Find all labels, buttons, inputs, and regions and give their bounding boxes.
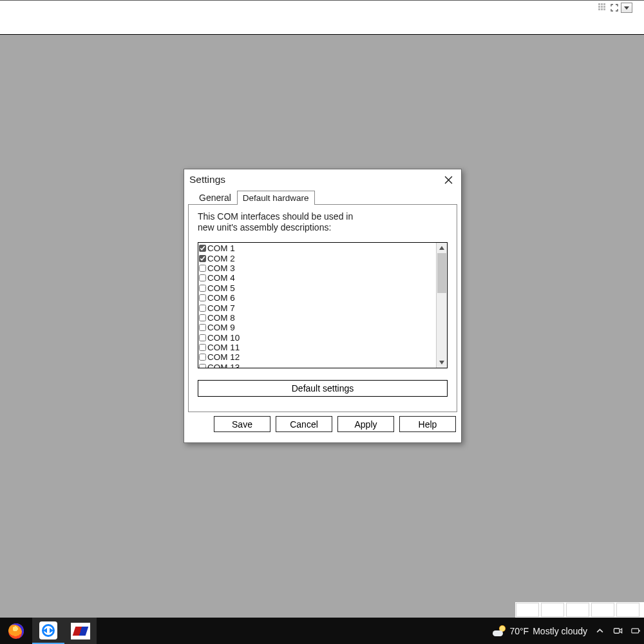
com-listbox: COM 1COM 2COM 3COM 4COM 5COM 6COM 7COM 8… (198, 242, 448, 368)
save-button[interactable]: Save (214, 416, 270, 432)
com-checkbox[interactable] (199, 294, 206, 301)
com-checkbox[interactable] (199, 285, 206, 292)
weather-temp: 70°F (509, 626, 529, 636)
com-row[interactable]: COM 4 (199, 273, 435, 283)
com-list-items[interactable]: COM 1COM 2COM 3COM 4COM 5COM 6COM 7COM 8… (198, 243, 436, 368)
weather-icon (493, 625, 506, 637)
com-row[interactable]: COM 6 (199, 293, 435, 303)
panel-description: This COM interfaces should be used in ne… (198, 211, 365, 233)
com-label: COM 8 (207, 313, 235, 323)
com-label: COM 7 (207, 303, 235, 313)
com-label: COM 5 (207, 283, 235, 293)
com-checkbox[interactable] (199, 245, 206, 252)
cancel-button[interactable]: Cancel (276, 416, 332, 432)
expand-icon[interactable] (609, 3, 620, 13)
com-row[interactable]: COM 3 (199, 263, 435, 273)
dropdown-button[interactable] (621, 3, 632, 13)
scrollbar[interactable] (436, 243, 447, 368)
help-button[interactable]: Help (399, 416, 456, 432)
com-row[interactable]: COM 7 (199, 303, 435, 312)
com-checkbox[interactable] (199, 305, 206, 312)
com-checkbox[interactable] (199, 364, 206, 368)
scroll-up-icon[interactable] (437, 243, 447, 253)
scroll-thumb[interactable] (437, 253, 446, 293)
tray-battery-icon[interactable] (630, 625, 641, 637)
com-row[interactable]: COM 1 (199, 243, 435, 253)
com-row[interactable]: COM 2 (199, 253, 435, 263)
com-label: COM 11 (207, 343, 240, 352)
com-label: COM 9 (207, 323, 235, 332)
tabs: General Default hardware (184, 189, 461, 204)
svg-rect-0 (614, 629, 619, 634)
com-checkbox[interactable] (199, 324, 206, 331)
com-row[interactable]: COM 11 (199, 343, 435, 352)
com-checkbox[interactable] (199, 354, 206, 361)
com-label: COM 6 (207, 293, 235, 303)
com-checkbox[interactable] (199, 334, 206, 341)
taskbar-teamviewer-icon[interactable] (32, 618, 64, 644)
tray-overflow-icon[interactable] (594, 625, 605, 637)
com-checkbox[interactable] (199, 314, 206, 321)
com-label: COM 12 (207, 352, 240, 362)
close-icon[interactable] (442, 173, 455, 186)
taskbar-firefox-icon[interactable] (0, 618, 32, 644)
svg-rect-1 (631, 629, 638, 633)
com-row[interactable]: COM 12 (199, 352, 435, 362)
scroll-down-icon[interactable] (437, 357, 447, 368)
com-row[interactable]: COM 5 (199, 283, 435, 293)
tray-meet-icon[interactable] (612, 625, 623, 637)
dialog-buttons: Save Cancel Apply Help (184, 412, 461, 437)
com-row[interactable]: COM 8 (199, 313, 435, 323)
apply-button[interactable]: Apply (337, 416, 394, 432)
grid-icon[interactable] (598, 3, 608, 13)
dialog-title: Settings (189, 174, 225, 185)
weather-widget[interactable]: 70°F Mostly cloudy (493, 625, 587, 637)
svg-rect-2 (639, 630, 640, 632)
com-label: COM 4 (207, 273, 235, 283)
com-row[interactable]: COM 10 (199, 333, 435, 343)
tab-default-hardware[interactable]: Default hardware (237, 191, 315, 205)
com-checkbox[interactable] (199, 255, 206, 262)
weather-desc: Mostly cloudy (533, 626, 587, 636)
tab-panel: This COM interfaces should be used in ne… (188, 204, 457, 412)
scroll-track[interactable] (437, 253, 447, 357)
com-label: COM 13 (207, 363, 240, 368)
com-checkbox[interactable] (199, 344, 206, 351)
com-label: COM 1 (207, 243, 235, 253)
com-checkbox[interactable] (199, 274, 206, 281)
com-checkbox[interactable] (199, 265, 206, 272)
com-row[interactable]: COM 13 (199, 363, 435, 368)
tab-general[interactable]: General (193, 190, 237, 205)
com-row[interactable]: COM 9 (199, 323, 435, 332)
taskbar: 70°F Mostly cloudy (0, 618, 644, 644)
com-label: COM 3 (207, 263, 235, 273)
default-settings-button[interactable]: Default settings (198, 380, 448, 397)
statusbar-cells (515, 602, 644, 618)
app-toolbar (0, 0, 644, 35)
com-label: COM 10 (207, 333, 240, 343)
taskbar-app-icon[interactable] (64, 618, 97, 644)
com-label: COM 2 (207, 254, 235, 263)
settings-dialog: Settings General Default hardware This C… (184, 169, 462, 443)
